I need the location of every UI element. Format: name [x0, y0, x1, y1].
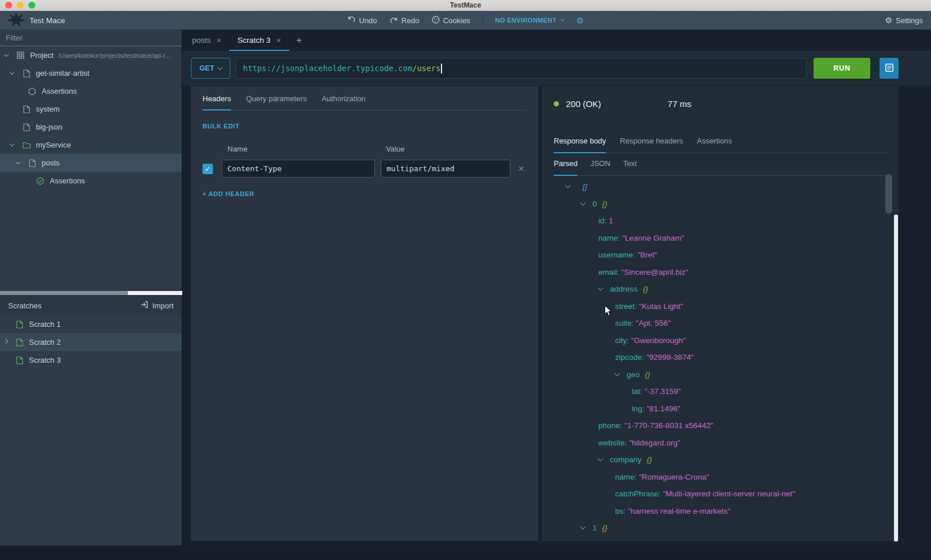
json-tree: [] 0{} id1 name"Leanne Graham" username"… [554, 178, 887, 541]
object-badge: {} [602, 524, 608, 532]
filter-input[interactable] [0, 34, 182, 42]
run-button[interactable]: RUN [814, 58, 870, 79]
tab-json[interactable]: JSON [590, 159, 610, 176]
close-icon[interactable]: × [277, 36, 281, 45]
json-tree-row[interactable]: street"Kulas Light" [554, 298, 887, 315]
json-tree-row[interactable]: id1 [554, 212, 887, 230]
json-tree-row[interactable]: name"Romaguera-Crona" [554, 469, 887, 486]
chevron-down-icon[interactable] [598, 285, 604, 291]
json-tree-row[interactable]: city"Gwenborough" [554, 332, 887, 349]
window-scrollbar-thumb[interactable] [894, 215, 898, 541]
json-tree-row[interactable]: company{} [554, 451, 887, 469]
json-tree-row[interactable]: 0{} [554, 196, 887, 213]
json-tree-row[interactable]: id2 [554, 537, 887, 541]
response-status-row: 200 (OK) 77 ms [554, 99, 887, 109]
tab-text[interactable]: Text [623, 159, 637, 176]
scratch-item-2[interactable]: Scratch 2 [0, 333, 182, 351]
json-tree-row[interactable]: lng"81.1496" [554, 400, 887, 418]
tree-item-assertions[interactable]: Assertions [0, 82, 182, 100]
window-title: TestMace [450, 1, 481, 9]
tree-item-myservice[interactable]: myService [0, 136, 182, 154]
scrollbar-thumb[interactable] [0, 291, 128, 295]
environment-settings-button[interactable]: ⚙ [576, 16, 584, 25]
tree-item-big-json[interactable]: big-json [0, 118, 182, 136]
tree-item-assertions-posts[interactable]: Assertions [0, 172, 182, 190]
chevron-right-icon[interactable] [3, 339, 8, 344]
app-body: Project /Users/kotokur/projects/testmace… [0, 30, 931, 546]
object-badge: {} [645, 370, 650, 379]
bulk-edit-link[interactable]: BULK EDIT [203, 123, 527, 130]
import-button[interactable]: Import [141, 301, 174, 310]
chevron-down-icon[interactable] [580, 200, 586, 205]
undo-button[interactable]: Undo [347, 16, 377, 25]
settings-button[interactable]: ⚙ Settings [885, 16, 923, 25]
json-tree-row[interactable]: suite"Apt. 556" [554, 315, 887, 332]
json-tree-row[interactable]: phone"1-770-736-8031 x56442" [554, 417, 887, 434]
json-tree-row[interactable]: lat"-37.3159" [554, 383, 887, 400]
tab-posts[interactable]: posts × [184, 30, 229, 51]
json-tree-row[interactable]: website"hildegard.org" [554, 434, 887, 452]
json-tree-row[interactable]: address{} [554, 281, 887, 298]
json-tree-row[interactable]: email"Sincere@april.biz" [554, 264, 887, 281]
header-columns: Name Value [203, 145, 527, 154]
tab-scratch-3[interactable]: Scratch 3 × [229, 30, 289, 51]
horizontal-scrollbar[interactable] [0, 291, 182, 295]
project-path: /Users/kotokur/projects/testmace/api-t..… [58, 52, 182, 59]
file-icon [15, 338, 24, 347]
redo-button[interactable]: Redo [389, 16, 419, 25]
zoom-window-button[interactable] [28, 2, 35, 9]
close-icon[interactable]: × [216, 36, 221, 45]
response-scrollbar-thumb[interactable] [885, 174, 892, 213]
redo-icon [389, 17, 398, 24]
chevron-down-icon[interactable] [614, 370, 620, 376]
tab-headers[interactable]: Headers [203, 94, 231, 110]
header-enabled-checkbox[interactable]: ✓ [203, 164, 213, 174]
add-header-link[interactable]: + ADD HEADER [203, 190, 527, 197]
tab-assertions[interactable]: Assertions [697, 137, 732, 153]
cookies-button[interactable]: Cookies [432, 16, 470, 25]
tab-response-body[interactable]: Response body [554, 137, 606, 153]
json-tree-row[interactable]: geo{} [554, 366, 887, 384]
chevron-down-icon[interactable] [4, 52, 9, 57]
scratch-item-1[interactable]: Scratch 1 [0, 315, 182, 333]
chevron-down-icon[interactable] [10, 142, 14, 146]
folder-icon [22, 142, 31, 149]
tree-item-posts[interactable]: posts [0, 154, 182, 172]
brand: Test Mace [8, 13, 65, 28]
tree-item-label: Project [30, 51, 53, 60]
new-tab-button[interactable]: + [289, 30, 309, 51]
chevron-down-icon[interactable] [565, 183, 571, 189]
tab-query-parameters[interactable]: Query parameters [246, 94, 307, 110]
close-window-button[interactable] [5, 2, 12, 9]
chevron-down-icon[interactable] [10, 70, 14, 75]
scratch-item-3[interactable]: Scratch 3 [0, 351, 182, 369]
json-tree-row[interactable]: [] [554, 178, 887, 196]
minimize-window-button[interactable] [17, 2, 24, 9]
scratches-section: Scratches Import Scratch 1 Scratch 2 [0, 295, 182, 369]
json-tree-row[interactable]: zipcode"92998-3874" [554, 349, 887, 366]
tree-item-get-similar-artist[interactable]: get-similar-artist [0, 64, 182, 82]
tab-authorization[interactable]: Authorization [322, 94, 366, 110]
code-editor-button[interactable] [880, 58, 899, 79]
tree-item-system[interactable]: system [0, 100, 182, 118]
tab-parsed[interactable]: Parsed [554, 159, 577, 176]
object-badge: {} [602, 200, 608, 208]
chevron-down-icon[interactable] [16, 160, 20, 164]
tab-response-headers[interactable]: Response headers [620, 137, 683, 153]
tree-item-label: big-json [36, 123, 62, 131]
json-tree-row[interactable]: 1{} [554, 520, 887, 537]
header-name-input[interactable] [222, 160, 375, 178]
tree-item-project[interactable]: Project /Users/kotokur/projects/testmace… [0, 46, 182, 64]
method-select[interactable]: GET [191, 58, 230, 79]
json-tree-row[interactable]: bs"harness real-time e-markets" [554, 503, 887, 520]
remove-header-button[interactable]: × [518, 164, 524, 174]
status-code: 200 (OK) [566, 99, 601, 109]
chevron-down-icon[interactable] [580, 524, 586, 530]
json-tree-row[interactable]: name"Leanne Graham" [554, 230, 887, 247]
json-tree-row[interactable]: username"Bret" [554, 246, 887, 264]
chevron-down-icon[interactable] [598, 456, 604, 462]
url-input[interactable]: https://jsonplaceholder.typicode.com/use… [235, 58, 807, 79]
json-tree-row[interactable]: catchPhrase"Multi-layered client-server … [554, 485, 887, 503]
environment-selector[interactable]: NO ENVIRONMENT [495, 17, 564, 24]
header-value-input[interactable] [381, 160, 510, 178]
